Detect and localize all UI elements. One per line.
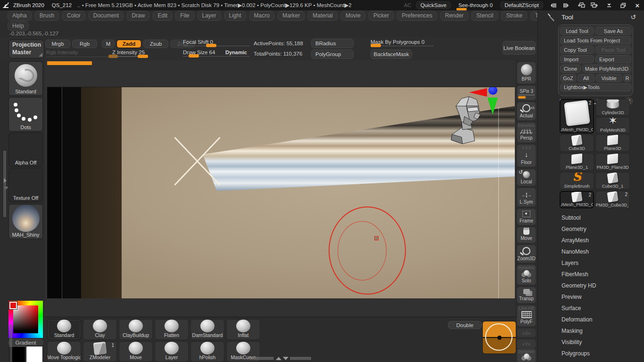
paste-tool-button[interactable]: Paste Tool [595,46,631,54]
tool-section-header[interactable]: Geometry HD [538,280,644,291]
palette-reset-icon[interactable]: ↺ [630,13,636,21]
goz-button[interactable]: GoZ [560,74,576,82]
tool-thumb[interactable]: SimpleBrush [560,172,594,189]
polygroup-button[interactable]: PolyGroup [311,49,354,59]
brush-slot[interactable]: Layer [155,341,189,362]
left-shelf-slot[interactable]: MAH_Shiny [8,204,43,239]
scroll-down-arrow-icon[interactable] [283,357,289,360]
tool-thumb[interactable]: Plane3D [595,134,630,152]
tool-section-header[interactable]: Deformation [538,314,644,325]
z-intensity-handle[interactable] [138,55,148,58]
goz-visible-button[interactable]: Visible [596,74,622,82]
shelf-scroll-strip[interactable] [250,356,311,361]
focal-shift-handle[interactable] [206,44,216,47]
load-tool-button[interactable]: Load Tool [560,27,594,35]
right-shelf-button[interactable]: Transp [517,287,536,304]
live-boolean-button[interactable]: Live Boolean [503,41,536,55]
right-shelf-button[interactable]: Dynamic Persp [517,122,536,143]
z-axis-dot-icon[interactable] [488,87,497,95]
projection-master-button[interactable]: Projection Master [8,40,44,58]
menu-item[interactable]: Material [308,11,338,20]
canvas-viewport[interactable] [45,60,515,317]
tool-section-header[interactable]: FiberMesh [538,269,644,280]
x-axis-arrow-icon[interactable] [469,88,487,97]
brush-slot[interactable]: DamStandard [190,319,224,340]
right-shelf-button[interactable]: Zoom3D [517,245,536,263]
restore-icon[interactable] [619,1,628,9]
load-tools-from-project-button[interactable]: Load Tools From Project [560,36,631,44]
bradius-button[interactable]: BRadius [311,39,354,48]
right-shelf-button[interactable]: Local [517,169,536,187]
panel-cascade-left-icon[interactable] [576,1,586,9]
brush-slot[interactable]: Clay [83,319,117,340]
right-shelf-button[interactable]: x y z Floor [517,144,536,167]
double-button[interactable]: Double [448,321,482,329]
tray-divider-2[interactable] [9,324,12,362]
left-shelf-slot[interactable]: Alpha Off [8,132,43,167]
lightbox-tools-button[interactable]: Lightbox▶Tools [560,83,631,91]
tool-thumb[interactable]: Cube3D_1 [595,172,630,189]
goz-r-button[interactable]: R [623,74,631,82]
right-shelf-button[interactable]: Dynamic Solo [517,264,536,285]
mrgb-button[interactable]: Mrgb [45,40,70,48]
menu-item[interactable]: File [175,11,194,20]
menu-item[interactable]: Macro [249,11,274,20]
axis-gizmo[interactable] [469,87,502,115]
draw-size-slider[interactable]: Draw Size 64 [183,49,215,57]
menu-item[interactable]: Alpha [8,11,32,20]
tool-thumb[interactable]: 2 PM3D_Cube3D_ [595,191,630,208]
tray-open-arrow-icon[interactable] [4,178,7,183]
save-as-button[interactable]: Save As [595,27,631,35]
menu-item[interactable]: Preferences [397,11,437,20]
menu-item[interactable]: Draw [127,11,149,20]
right-shelf-button[interactable]: >Y< [517,339,536,349]
tool-section-header[interactable]: Polygroups [538,348,644,359]
zadd-button[interactable]: Zadd [116,40,141,48]
tool-section-header[interactable]: Visibility [538,337,644,348]
make-polymesh3d-button[interactable]: Make PolyMesh3D [582,65,631,73]
copy-tool-button[interactable]: Copy Tool [560,46,594,54]
tool-section-header[interactable]: Preview [538,291,644,303]
tray-collapse-right-icon[interactable] [562,1,571,9]
brush-slot[interactable]: Inflat [226,319,260,340]
curve-center-dot[interactable] [497,336,502,340]
m-button[interactable]: M [102,40,115,48]
tool-thumb-polymesh[interactable]: PolyMesh3D [596,117,630,133]
tool-thumb[interactable]: Plane3D_1 [560,153,594,171]
right-shelf-button[interactable]: Frame [517,208,536,226]
quicksave-button[interactable]: QuickSave [416,1,451,9]
brush-slot[interactable]: 1 ZModeler [83,341,117,362]
tool-section-header[interactable]: NanoMesh [538,246,644,257]
right-shelf-overflow-button[interactable]: Dynamic [517,348,536,362]
tool-thumb[interactable]: PM3D_Plane3D [595,153,630,171]
menu-item[interactable]: Light [224,11,246,20]
panel-cascade-right-icon[interactable] [590,1,600,9]
tool-section-header[interactable]: Masking [538,325,644,337]
tray-close-arrow-icon[interactable] [4,187,8,189]
menu-item[interactable]: Stencil [471,11,498,20]
dynamic-mode-toggle[interactable]: Dynamic [225,49,247,55]
brush-slot[interactable]: hPolish [190,341,224,362]
default-zscript-button[interactable]: DefaultZScript [500,1,543,9]
menu-item[interactable]: Document [89,11,124,20]
close-icon[interactable]: × [633,1,642,9]
menu-item[interactable]: Edit [153,11,172,20]
tool-section-header[interactable]: ArrayMesh [538,235,644,246]
brush-slot[interactable]: Move Topologic [47,341,81,362]
color-picker[interactable] [8,301,43,338]
clone-button[interactable]: Clone [560,65,581,73]
backface-mask-button[interactable]: BackfaceMask [371,49,412,59]
right-shelf-button[interactable]: L.Sym [517,188,536,207]
brush-slot[interactable]: Flatten [155,319,189,340]
tray-divider[interactable] [3,151,6,217]
tool-thumb[interactable]: 2 UMesh_PM3D_C [560,191,594,208]
brush-slot[interactable]: Move [119,341,153,362]
goz-all-button[interactable]: All [578,74,594,82]
see-through-slider[interactable]: See-through 0 [455,2,495,8]
brush-slot[interactable]: ClayBuildup [119,319,153,340]
left-shelf-slot[interactable]: Texture Off [8,168,43,202]
menu-item-help[interactable]: Help [8,21,29,31]
right-shelf-button[interactable]: BPR [517,62,536,84]
secondary-color-swatch[interactable] [26,346,42,362]
tray-collapse-left-icon[interactable] [548,1,557,9]
